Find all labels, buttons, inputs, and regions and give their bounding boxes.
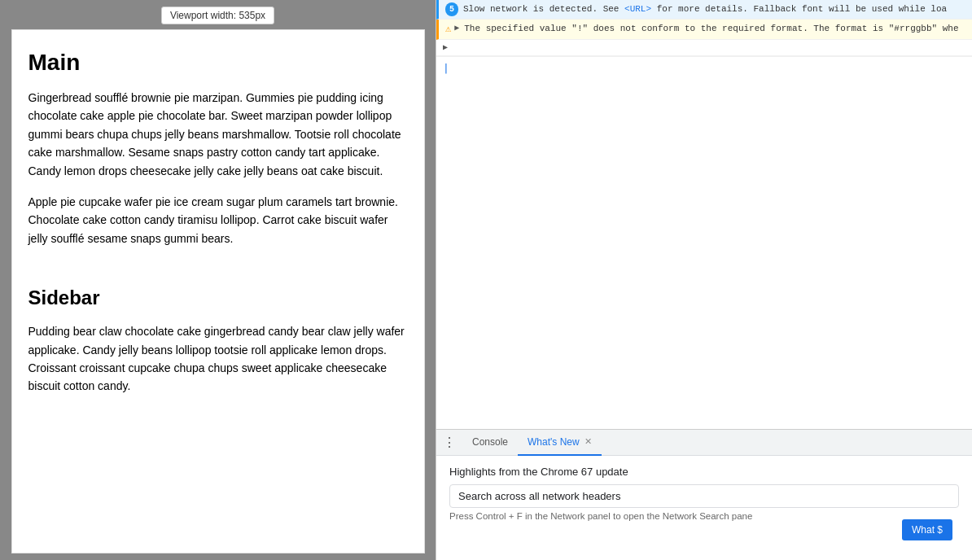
viewport-content[interactable]: Main Gingerbread soufflé brownie pie mar…: [11, 29, 425, 553]
section-spacer: [28, 260, 408, 287]
whats-new-bottom: Search across all network headers Press …: [449, 484, 959, 550]
console-row-expand[interactable]: ▶: [436, 40, 972, 56]
expand-arrow-icon[interactable]: ▶: [454, 22, 459, 34]
search-bar: Search across all network headers: [449, 484, 959, 508]
console-warning-text: The specified value "!" does not conform…: [464, 22, 965, 36]
sidebar-paragraph: Pudding bear claw chocolate cake gingerb…: [28, 322, 408, 396]
console-messages-area[interactable]: 5 Slow network is detected. See <URL> fo…: [436, 0, 972, 429]
expand-arrow-2-icon[interactable]: ▶: [443, 42, 448, 54]
main-heading: Main: [28, 50, 408, 76]
devtools-panel: 5 Slow network is detected. See <URL> fo…: [436, 0, 972, 560]
cursor-caret: |: [443, 62, 449, 74]
tab-console-label: Console: [472, 436, 508, 448]
what-dollar-button[interactable]: What $: [902, 519, 952, 540]
whats-new-title: Highlights from the Chrome 67 update: [449, 466, 959, 478]
press-info: Press Control + F in the Network panel t…: [449, 511, 959, 521]
sidebar-heading: Sidebar: [28, 287, 408, 309]
console-url: <URL>: [624, 4, 651, 14]
console-info-text: Slow network is detected. See <URL> for …: [463, 2, 965, 16]
tab-close-icon[interactable]: ✕: [585, 436, 592, 447]
warning-icon: ⚠: [445, 22, 451, 37]
tabs-row: ⋮ Console What's New ✕: [436, 430, 972, 456]
more-tabs-button[interactable]: ⋮: [443, 435, 456, 450]
whats-new-content: Highlights from the Chrome 67 update Sea…: [436, 456, 972, 560]
left-preview-panel: Viewport width: 535px Main Gingerbread s…: [0, 0, 436, 560]
main-paragraph-1: Gingerbread soufflé brownie pie marzipan…: [28, 89, 408, 180]
search-label: Search across all network headers: [458, 490, 620, 502]
tab-whats-new[interactable]: What's New ✕: [518, 430, 602, 456]
info-badge: 5: [445, 2, 458, 16]
tab-whats-new-label: What's New: [528, 436, 580, 448]
devtools-bottom-section: ⋮ Console What's New ✕ Highlights from t…: [436, 429, 972, 560]
console-row-info: 5 Slow network is detected. See <URL> fo…: [436, 0, 972, 20]
tab-console[interactable]: Console: [462, 430, 518, 456]
viewport-label: Viewport width: 535px: [161, 7, 274, 24]
main-paragraph-2: Apple pie cupcake wafer pie ice cream su…: [28, 193, 408, 247]
console-row-warning: ⚠ ▶ The specified value "!" does not con…: [436, 20, 972, 40]
cursor-line: |: [436, 56, 972, 74]
